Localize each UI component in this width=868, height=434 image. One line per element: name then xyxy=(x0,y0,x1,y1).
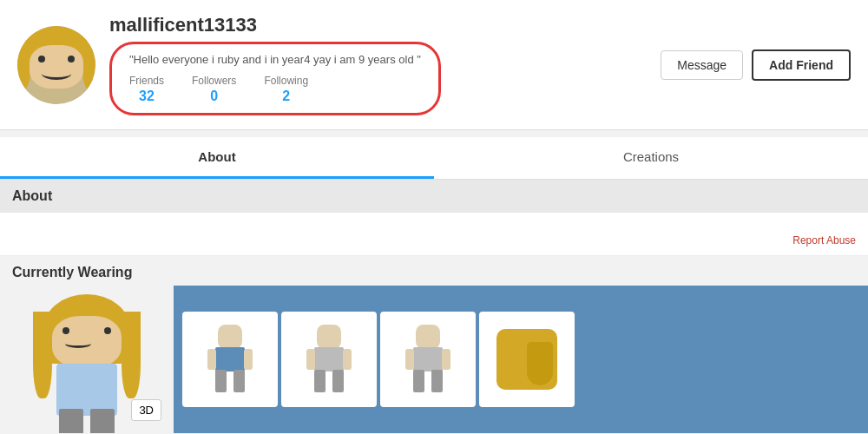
header-actions: Message Add Friend xyxy=(661,49,851,81)
highlight-box: "Hello everyone i ruby and i in year4 ya… xyxy=(109,42,441,115)
wearing-item-1[interactable] xyxy=(182,312,278,407)
big-avatar-leg-right xyxy=(90,409,115,433)
avatar-hair-side-right xyxy=(82,35,95,91)
mf-head-2 xyxy=(317,325,341,349)
avatar-smile xyxy=(42,68,71,80)
big-avatar-hair-side-left xyxy=(33,312,52,398)
big-avatar-body xyxy=(56,364,117,416)
mf-head-3 xyxy=(416,325,440,349)
big-avatar-hair-side-right xyxy=(122,312,141,398)
mf-leg-right-3 xyxy=(431,370,443,392)
mf-body-3 xyxy=(413,347,443,372)
avatar xyxy=(17,26,95,104)
mf-leg-left-3 xyxy=(413,370,424,392)
about-section-label: About xyxy=(0,180,868,213)
big-avatar-leg-left xyxy=(59,409,83,433)
mf-arm-left-2 xyxy=(306,349,315,370)
hair-accessory-item xyxy=(496,329,557,390)
mini-figure-2 xyxy=(303,325,355,394)
big-avatar-eye-right xyxy=(104,327,111,334)
mf-leg-right-2 xyxy=(332,370,344,392)
wearing-item-3[interactable] xyxy=(380,312,476,407)
friends-label: Friends xyxy=(129,75,164,87)
btn-3d[interactable]: 3D xyxy=(131,399,161,421)
mf-arm-right-3 xyxy=(442,349,450,370)
stat-following: Following 2 xyxy=(264,75,308,104)
hair-item-strand xyxy=(527,342,553,385)
mf-arm-left-1 xyxy=(207,349,216,370)
mf-leg-left-2 xyxy=(314,370,326,392)
add-friend-button[interactable]: Add Friend xyxy=(752,49,851,81)
friends-value: 32 xyxy=(129,89,164,104)
tabs-bar: About Creations xyxy=(0,137,868,180)
mf-leg-left-1 xyxy=(215,370,227,392)
profile-bio: "Hello everyone i ruby and i in year4 ya… xyxy=(129,53,421,66)
currently-wearing-section: 3D xyxy=(0,286,868,433)
profile-username: mallificent13133 xyxy=(109,14,647,36)
mini-figure-3 xyxy=(402,325,454,394)
mf-leg-right-1 xyxy=(233,370,245,392)
profile-header: mallificent13133 "Hello everyone i ruby … xyxy=(0,0,868,130)
tab-creations[interactable]: Creations xyxy=(434,137,868,179)
profile-info: mallificent13133 "Hello everyone i ruby … xyxy=(109,14,647,115)
avatar-face-skin xyxy=(30,45,83,89)
mf-body-2 xyxy=(314,347,344,372)
currently-wearing-label: Currently Wearing xyxy=(0,256,868,286)
wearing-avatar xyxy=(35,294,139,424)
report-abuse-link[interactable]: Report Abuse xyxy=(792,234,856,247)
mf-arm-right-1 xyxy=(244,349,253,370)
stat-friends: Friends 32 xyxy=(129,75,164,104)
wearing-item-4[interactable] xyxy=(479,312,575,407)
stats-row: Friends 32 Followers 0 Following 2 xyxy=(129,75,421,104)
wearing-items-panel xyxy=(174,286,868,433)
message-button[interactable]: Message xyxy=(661,50,743,80)
big-avatar-eye-left xyxy=(62,327,69,334)
avatar-eye-right xyxy=(68,56,75,62)
mf-arm-left-3 xyxy=(405,349,414,370)
stat-followers: Followers 0 xyxy=(192,75,236,104)
avatar-eye-left xyxy=(38,56,45,62)
followers-value: 0 xyxy=(192,89,236,104)
big-avatar-smile xyxy=(65,339,91,348)
tab-about[interactable]: About xyxy=(0,137,434,179)
followers-label: Followers xyxy=(192,75,236,87)
mini-figure-1 xyxy=(204,325,256,394)
mf-arm-right-2 xyxy=(343,349,352,370)
following-value: 2 xyxy=(264,89,308,104)
about-content: Report Abuse xyxy=(0,213,868,256)
following-label: Following xyxy=(264,75,308,87)
mf-head-1 xyxy=(218,325,242,349)
wearing-item-2[interactable] xyxy=(281,312,377,407)
mf-body-1 xyxy=(215,347,245,372)
wearing-avatar-panel: 3D xyxy=(0,286,174,433)
